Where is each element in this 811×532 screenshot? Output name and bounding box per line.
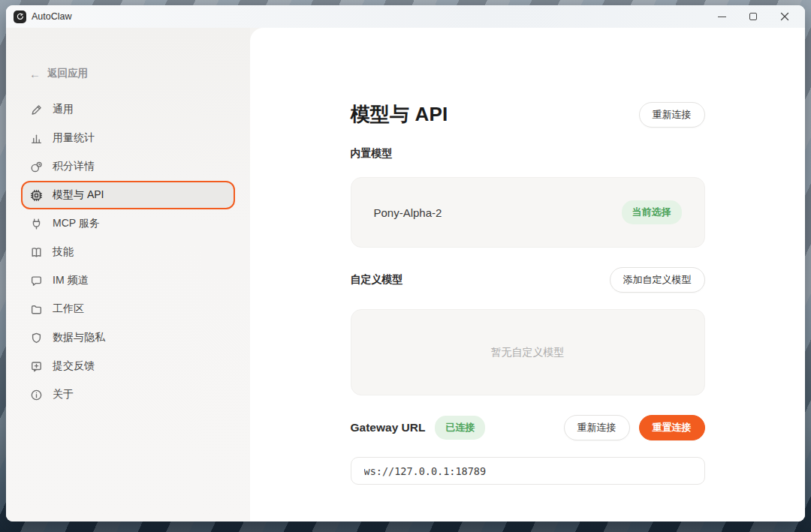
book-icon (30, 246, 43, 259)
sidebar-item-feedback[interactable]: 提交反馈 (21, 352, 235, 380)
gateway-reset-button[interactable]: 重置连接 (639, 415, 705, 440)
sidebar-item-usage-stats[interactable]: 用量统计 (21, 124, 235, 152)
connected-status-badge: 已连接 (435, 416, 485, 440)
sidebar-item-credits[interactable]: 积分详情 (21, 152, 235, 181)
sidebar-item-label: IM 频道 (53, 274, 88, 287)
sidebar-item-workspace[interactable]: 工作区 (21, 295, 235, 323)
sidebar-item-mcp-service[interactable]: MCP 服务 (21, 209, 235, 238)
sidebar-item-label: 技能 (53, 245, 74, 259)
page-title: 模型与 API (351, 101, 448, 128)
gateway-reconnect-button[interactable]: 重新连接 (564, 415, 630, 440)
custom-models-label: 自定义模型 (351, 273, 403, 287)
sidebar-item-label: MCP 服务 (53, 217, 100, 230)
sidebar-item-general[interactable]: 通用 (21, 95, 235, 124)
pencil-icon (30, 104, 43, 116)
settings-panel: 模型与 API 重新连接 内置模型 Pony-Alpha-2 当前选择 自定义模… (250, 28, 805, 521)
close-button[interactable] (769, 6, 800, 27)
titlebar: AutoClaw (6, 5, 805, 28)
app-window: AutoClaw ← 返回应用 通用 (6, 5, 805, 521)
bar-chart-icon (30, 132, 43, 145)
sidebar-item-label: 模型与 API (53, 188, 104, 202)
back-arrow-icon: ← (29, 68, 41, 80)
custom-models-empty-card: 暂无自定义模型 (351, 309, 705, 395)
sidebar-item-im-channels[interactable]: IM 频道 (21, 266, 235, 295)
sidebar-item-models-api[interactable]: 模型与 API (21, 181, 235, 209)
shield-icon (30, 332, 43, 344)
sidebar-item-label: 提交反馈 (53, 359, 95, 373)
back-label: 返回应用 (47, 67, 88, 80)
app-logo-icon (14, 11, 26, 23)
plug-icon (30, 218, 43, 230)
folder-icon (30, 303, 43, 316)
maximize-icon (749, 13, 757, 20)
back-to-app-link[interactable]: ← 返回应用 (21, 67, 235, 80)
gateway-url-input[interactable] (351, 457, 705, 485)
sidebar-item-label: 数据与隐私 (53, 331, 105, 344)
builtin-models-label: 内置模型 (351, 147, 705, 161)
coins-icon (30, 161, 43, 173)
builtin-model-card: Pony-Alpha-2 当前选择 (351, 177, 705, 248)
maximize-button[interactable] (737, 6, 769, 27)
sidebar-nav: 通用 用量统计 积分详情 (21, 95, 235, 409)
close-icon (780, 12, 789, 21)
sidebar-item-skills[interactable]: 技能 (21, 238, 235, 266)
minimize-icon (718, 17, 726, 17)
sidebar-item-data-privacy[interactable]: 数据与隐私 (21, 323, 235, 352)
info-icon (30, 389, 43, 401)
model-name: Pony-Alpha-2 (374, 206, 442, 219)
gateway-url-label: Gateway URL (351, 421, 426, 434)
chip-icon (30, 189, 43, 202)
feedback-plus-icon (30, 360, 43, 373)
settings-sidebar: ← 返回应用 通用 用量统计 (6, 28, 250, 521)
sidebar-item-label: 工作区 (53, 302, 84, 316)
sidebar-item-about[interactable]: 关于 (21, 380, 235, 409)
sidebar-item-label: 关于 (53, 388, 74, 401)
sidebar-item-label: 用量统计 (53, 131, 95, 145)
sidebar-item-label: 积分详情 (53, 160, 95, 173)
current-selection-badge: 当前选择 (622, 200, 682, 224)
app-title: AutoClaw (32, 11, 72, 22)
empty-custom-models-text: 暂无自定义模型 (491, 346, 565, 359)
minimize-button[interactable] (706, 6, 737, 27)
sidebar-item-label: 通用 (53, 103, 74, 116)
add-custom-model-button[interactable]: 添加自定义模型 (610, 267, 705, 293)
reconnect-button-top[interactable]: 重新连接 (639, 102, 705, 128)
chat-bubble-icon (30, 275, 43, 287)
